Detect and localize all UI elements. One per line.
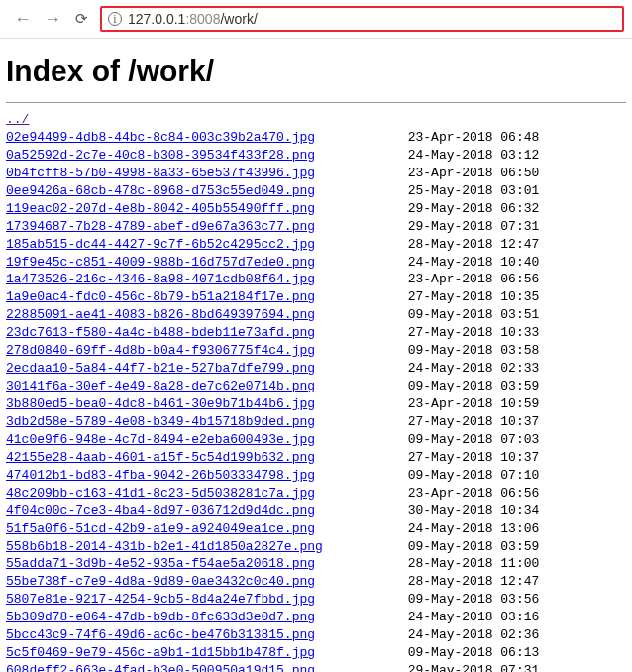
- address-bar[interactable]: i 127.0.0.1:8008/work/: [100, 6, 624, 32]
- file-link[interactable]: 185ab515-dc44-4427-9c7f-6b52c4295cc2.jpg: [6, 237, 315, 252]
- file-link[interactable]: 474012b1-bd83-4fba-9042-26b503334798.jpg: [6, 468, 315, 483]
- info-icon[interactable]: i: [108, 12, 122, 26]
- file-link[interactable]: 0a52592d-2c7e-40c8-b308-39534f433f28.png: [6, 148, 315, 163]
- file-link[interactable]: 278d0840-69ff-4d8b-b0a4-f9306775f4c4.jpg: [6, 343, 315, 358]
- back-button[interactable]: ←: [8, 9, 38, 30]
- file-link[interactable]: 51f5a0f6-51cd-42b9-a1e9-a924049ea1ce.png: [6, 521, 315, 536]
- file-link[interactable]: 558b6b18-2014-431b-b2e1-41d1850a2827e.pn…: [6, 539, 323, 554]
- file-link[interactable]: 22885091-ae41-4083-b826-8bd649397694.png: [6, 307, 315, 322]
- url-port: :8008: [185, 11, 220, 27]
- file-link[interactable]: 3b880ed5-bea0-4dc8-b461-30e9b71b44b6.jpg: [6, 396, 315, 411]
- page-title: Index of /work/: [6, 55, 626, 88]
- url-path: /work/: [220, 11, 257, 27]
- file-link[interactable]: 5b309d78-e064-47db-b9db-8fc633d3e0d7.png: [6, 610, 315, 624]
- file-link[interactable]: 1a473526-216c-4346-8a98-4071cdb08f64.jpg: [6, 272, 315, 286]
- file-link[interactable]: 55be738f-c7e9-4d8a-9d89-0ae3432c0c40.png: [6, 574, 315, 589]
- browser-toolbar: ← → ⟳ i 127.0.0.1:8008/work/: [0, 0, 632, 39]
- divider: [6, 102, 626, 103]
- file-link[interactable]: 3db2d58e-5789-4e08-b349-4b15718b9ded.png: [6, 414, 315, 429]
- reload-button[interactable]: ⟳: [67, 10, 96, 28]
- url-host: 127.0.0.1: [128, 11, 185, 27]
- directory-listing: ../ 02e94499-4db8-44bc-8c84-003c39b2a470…: [6, 111, 626, 672]
- file-link[interactable]: 1a9e0ac4-fdc0-456c-8b79-b51a2184f17e.png: [6, 289, 315, 304]
- file-link[interactable]: 5807e81e-9217-4254-9cb5-8d4a24e7fbbd.jpg: [6, 592, 315, 607]
- parent-dir-link[interactable]: ../: [6, 112, 29, 127]
- file-link[interactable]: 0ee9426a-68cb-478c-8968-d753c55ed049.png: [6, 183, 315, 198]
- file-link[interactable]: 55adda71-3d9b-4e52-935a-f54ae5a20618.png: [6, 556, 315, 571]
- file-link[interactable]: 608deff2-663e-4fad-b3e0-500950a19d15.png: [6, 663, 315, 672]
- file-link[interactable]: 41c0e9f6-948e-4c7d-8494-e2eba600493e.jpg: [6, 432, 315, 447]
- file-link[interactable]: 23dc7613-f580-4a4c-b488-bdeb11e73afd.png: [6, 325, 315, 340]
- file-link[interactable]: 2ecdaa10-5a84-44f7-b21e-527ba7dfe799.png: [6, 361, 315, 376]
- file-link[interactable]: 5c5f0469-9e79-456c-a9b1-1d15bb1b478f.jpg: [6, 645, 315, 660]
- file-link[interactable]: 30141f6a-30ef-4e49-8a28-de7c62e0714b.png: [6, 379, 315, 393]
- forward-button[interactable]: →: [38, 9, 67, 30]
- file-link[interactable]: 119eac02-207d-4e8b-8042-405b55490fff.png: [6, 201, 315, 216]
- file-link[interactable]: 42155e28-4aab-4601-a15f-5c54d199b632.png: [6, 450, 315, 465]
- file-link[interactable]: 48c209bb-c163-41d1-8c23-5d5038281c7a.jpg: [6, 486, 315, 501]
- file-link[interactable]: 0b4fcff8-57b0-4998-8a33-65e537f43996.jpg: [6, 166, 315, 180]
- file-link[interactable]: 17394687-7b28-4789-abef-d9e67a363c77.png: [6, 219, 315, 234]
- file-link[interactable]: 5bcc43c9-74f6-49d6-ac6c-be476b313815.png: [6, 627, 315, 642]
- file-link[interactable]: 4f04c00c-7ce3-4ba4-8d97-036712d9d4dc.png: [6, 504, 315, 518]
- file-link[interactable]: 19f9e45c-c851-4009-988b-16d757d7ede0.png: [6, 255, 315, 270]
- file-link[interactable]: 02e94499-4db8-44bc-8c84-003c39b2a470.jpg: [6, 130, 315, 145]
- page-content: Index of /work/ ../ 02e94499-4db8-44bc-8…: [0, 39, 632, 672]
